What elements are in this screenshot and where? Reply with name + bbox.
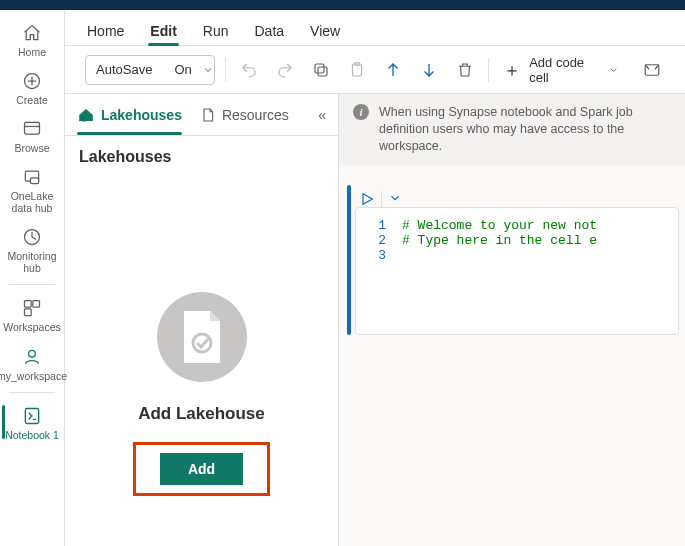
empty-state-icon	[157, 292, 247, 382]
empty-state-title: Add Lakehouse	[138, 404, 265, 424]
add-lakehouse-button[interactable]: Add	[160, 453, 243, 485]
editor-area: i When using Synapse notebook and Spark …	[339, 94, 685, 546]
code-cell[interactable]: 1# Welcome to your new not 2# Type here …	[347, 185, 679, 335]
left-nav: Home Create Browse OneLake data hub Moni…	[0, 10, 65, 546]
nav-monitoring[interactable]: Monitoring hub	[2, 220, 62, 278]
chevron-down-icon	[202, 64, 214, 76]
info-icon: i	[353, 104, 369, 120]
nav-create[interactable]: Create	[2, 64, 62, 110]
add-code-cell-button[interactable]: ＋ Add code cell	[499, 55, 625, 85]
line-number: 3	[368, 248, 386, 263]
lakehouse-icon	[77, 106, 95, 124]
svg-rect-1	[25, 122, 40, 134]
nav-label: my_workspace	[0, 370, 67, 382]
nav-label: Browse	[14, 142, 49, 154]
database-icon	[21, 166, 43, 188]
paste-button[interactable]	[344, 56, 370, 84]
line-number: 1	[368, 218, 386, 233]
collapse-panel-button[interactable]: «	[318, 107, 326, 133]
code-line: # Welcome to your new not	[402, 218, 597, 233]
cell-active-marker	[347, 185, 351, 335]
home-icon	[21, 22, 43, 44]
nav-notebook[interactable]: Notebook 1	[2, 399, 62, 445]
svg-rect-11	[315, 64, 324, 73]
nav-label: Home	[18, 46, 46, 58]
tab-home[interactable]: Home	[85, 17, 126, 45]
toolbar: AutoSave On ＋ Add code cell	[65, 46, 685, 94]
run-cell-button[interactable]	[359, 191, 375, 207]
nav-label: OneLake data hub	[2, 190, 62, 214]
copy-button[interactable]	[308, 56, 334, 84]
tab-data[interactable]: Data	[253, 17, 287, 45]
document-icon	[200, 107, 216, 123]
side-tab-lakehouses[interactable]: Lakehouses	[77, 106, 182, 134]
add-button-highlight: Add	[133, 442, 270, 496]
autosave-dropdown[interactable]: AutoSave On	[85, 55, 215, 85]
svg-rect-7	[25, 309, 32, 316]
monitor-icon	[21, 226, 43, 248]
info-banner: i When using Synapse notebook and Spark …	[339, 94, 685, 165]
svg-rect-6	[33, 301, 40, 308]
nav-label: Monitoring hub	[2, 250, 62, 274]
svg-rect-3	[30, 178, 38, 184]
chevron-down-icon	[608, 64, 619, 76]
nav-label: Create	[16, 94, 48, 106]
side-panel: Lakehouses Resources « Lakehouses Add La…	[65, 94, 339, 546]
nav-label: Workspaces	[3, 321, 61, 333]
nav-label: Notebook 1	[5, 429, 59, 441]
nav-home[interactable]: Home	[2, 16, 62, 62]
side-tab-label: Lakehouses	[101, 107, 182, 123]
nav-browse[interactable]: Browse	[2, 112, 62, 158]
plus-circle-icon	[21, 70, 43, 92]
code-editor[interactable]: 1# Welcome to your new not 2# Type here …	[355, 207, 679, 335]
svg-point-8	[29, 350, 36, 357]
undo-button[interactable]	[235, 56, 261, 84]
code-line: # Type here in the cell e	[402, 233, 597, 248]
svg-rect-5	[25, 301, 32, 308]
move-down-button[interactable]	[416, 56, 442, 84]
side-panel-header: Lakehouses	[65, 136, 338, 172]
move-up-button[interactable]	[380, 56, 406, 84]
nav-onelake[interactable]: OneLake data hub	[2, 160, 62, 218]
workspaces-icon	[21, 297, 43, 319]
plus-icon: ＋	[503, 58, 521, 82]
side-tab-label: Resources	[222, 107, 289, 123]
cell-options-button[interactable]	[388, 191, 402, 205]
more-options-button[interactable]	[639, 56, 665, 84]
tab-run[interactable]: Run	[201, 17, 231, 45]
redo-button[interactable]	[272, 56, 298, 84]
nav-workspaces[interactable]: Workspaces	[2, 291, 62, 337]
autosave-label: AutoSave	[86, 62, 162, 77]
autosave-value: On	[174, 62, 191, 77]
line-number: 2	[368, 233, 386, 248]
svg-rect-10	[318, 67, 327, 76]
ribbon-tabs: Home Edit Run Data View	[65, 10, 685, 46]
browse-icon	[21, 118, 43, 140]
workspace-icon	[21, 346, 43, 368]
side-tab-resources[interactable]: Resources	[200, 107, 289, 133]
tab-edit[interactable]: Edit	[148, 17, 178, 45]
tab-view[interactable]: View	[308, 17, 342, 45]
add-code-cell-label: Add code cell	[529, 55, 600, 85]
notebook-icon	[21, 405, 43, 427]
nav-my-workspace[interactable]: my_workspace	[2, 340, 62, 386]
banner-text: When using Synapse notebook and Spark jo…	[379, 104, 671, 155]
delete-button[interactable]	[452, 56, 478, 84]
